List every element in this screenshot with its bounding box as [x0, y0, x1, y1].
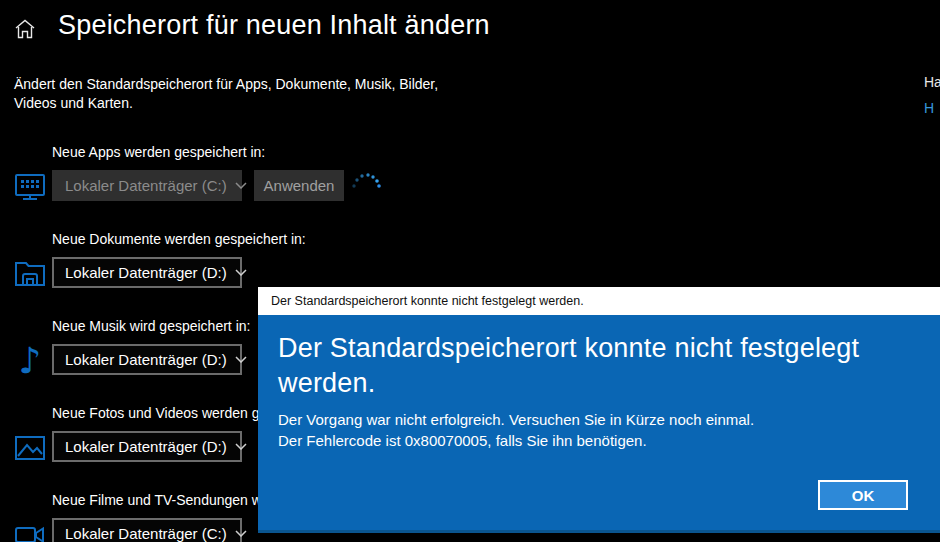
- get-help-link[interactable]: H: [924, 100, 940, 116]
- page-description: Ändert den Standardspeicherort für Apps,…: [14, 75, 438, 113]
- dialog-heading: Der Standardspeicherort konnte nicht fes…: [278, 331, 868, 401]
- apps-drive-dropdown[interactable]: Lokaler Datenträger (C:): [52, 170, 242, 201]
- documents-drive-dropdown[interactable]: Lokaler Datenträger (D:): [52, 257, 242, 288]
- photos-drive-dropdown[interactable]: Lokaler Datenträger (D:): [52, 431, 242, 462]
- apply-button[interactable]: Anwenden: [254, 170, 344, 201]
- music-drive-dropdown[interactable]: Lokaler Datenträger (D:): [52, 344, 242, 375]
- have-question-link[interactable]: Ha: [924, 74, 940, 90]
- section-new-apps: Neue Apps werden gespeichert in: Lokaler…: [0, 144, 420, 214]
- section-label: Neue Musik wird gespeichert in:: [52, 318, 250, 334]
- chevron-down-icon: [235, 530, 247, 537]
- dialog-message-line1: Der Vorgang war nicht erfolgreich. Versu…: [278, 411, 754, 428]
- section-label: Neue Fotos und Videos werden g: [52, 405, 260, 421]
- apps-monitor-icon: [12, 170, 48, 204]
- dialog-message-line2: Der Fehlercode ist 0x80070005, falls Sie…: [278, 432, 647, 449]
- section-label: Neue Apps werden gespeichert in:: [52, 144, 265, 160]
- video-camera-icon: [12, 518, 48, 542]
- apps-drive-value: Lokaler Datenträger (C:): [65, 177, 227, 194]
- photos-drive-value: Lokaler Datenträger (D:): [65, 438, 227, 455]
- section-label: Neue Filme und TV-Sendungen w: [52, 492, 262, 508]
- dialog-body: Der Standardspeicherort konnte nicht fes…: [258, 315, 940, 533]
- settings-window: Speicherort für neuen Inhalt ändern Ände…: [0, 0, 940, 542]
- dialog-title-bar: Der Standardspeicherort konnte nicht fes…: [258, 287, 940, 315]
- movies-drive-dropdown[interactable]: Lokaler Datenträger (C:): [52, 518, 242, 542]
- page-description-line1: Ändert den Standardspeicherort für Apps,…: [14, 75, 438, 94]
- documents-folder-icon: [12, 257, 48, 291]
- music-drive-value: Lokaler Datenträger (D:): [65, 351, 227, 368]
- home-icon[interactable]: [14, 18, 36, 40]
- documents-drive-value: Lokaler Datenträger (D:): [65, 264, 227, 281]
- progress-spinner-icon: [350, 169, 382, 199]
- error-dialog: Der Standardspeicherort konnte nicht fes…: [258, 287, 940, 533]
- page-header: Speicherort für neuen Inhalt ändern: [0, 0, 940, 56]
- page-description-line2: Videos und Karten.: [14, 94, 438, 113]
- photos-icon: [12, 431, 48, 465]
- movies-drive-value: Lokaler Datenträger (C:): [65, 525, 227, 542]
- chevron-down-icon: [235, 356, 247, 363]
- ok-button[interactable]: OK: [818, 480, 908, 510]
- chevron-down-icon: [235, 269, 247, 276]
- section-label: Neue Dokumente werden gespeichert in:: [52, 231, 306, 247]
- chevron-down-icon: [235, 182, 247, 189]
- music-note-icon: ♪: [12, 344, 48, 378]
- page-title: Speicherort für neuen Inhalt ändern: [58, 10, 490, 41]
- chevron-down-icon: [235, 443, 247, 450]
